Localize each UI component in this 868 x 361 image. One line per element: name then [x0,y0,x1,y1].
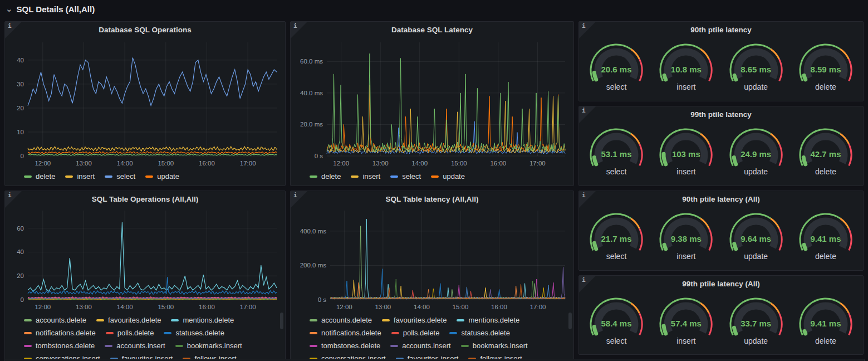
panel-title[interactable]: SQL Table Operations (All,All) [5,191,285,207]
gauge-insert: 57.4 msinsert [652,293,720,351]
legend-scrollbar[interactable] [568,313,572,329]
legend-item-bookmarks.insert[interactable]: bookmarks.insert [175,340,242,352]
gauge-value: 21.7 ms [582,234,650,243]
gauge-label: update [722,336,790,345]
legend-label: bookmarks.insert [187,340,242,352]
y-axis-tick-label: 40.0 ms [300,90,323,96]
legend-swatch [65,175,73,178]
legend-label: polls.delete [117,328,154,339]
gauge-label: insert [652,252,720,261]
legend-item-accounts.delete[interactable]: accounts.delete [24,315,86,326]
legend-swatch [24,345,32,347]
gauge-label: delete [792,336,860,345]
gauge-label: delete [792,82,860,91]
legend-item-select[interactable]: select [105,171,135,182]
legend-item-bookmarks.insert[interactable]: bookmarks.insert [461,340,528,352]
legend-label: polls.delete [403,328,440,339]
legend-scrollbar[interactable] [280,313,283,329]
legend-label: delete [36,171,55,182]
y-axis-tick-label: 20 [17,272,24,279]
legend-item-polls.delete[interactable]: polls.delete [106,328,154,339]
x-axis-tick-label: 15:00 [158,304,174,310]
x-axis-tick-label: 13:00 [372,160,389,167]
gauge-insert: 9.38 msinsert [652,208,720,266]
chevron-down-icon[interactable]: ⌄ [6,6,13,12]
panel-title[interactable]: 90th ptile latency [579,22,863,38]
legend-item-delete[interactable]: delete [310,171,341,182]
chart-sql-table-latency[interactable]: 0 s200.0 ms400.0 ms12:0013:0014:0015:001… [291,207,573,313]
gauge-value: 9.41 ms [792,234,860,243]
y-axis-tick-label: 200.0 ms [300,262,327,269]
gauge-update: 9.64 msupdate [722,208,790,266]
legend-swatch [310,175,317,178]
legend-item-polls.delete[interactable]: polls.delete [391,328,440,339]
legend-label: bookmarks.insert [473,340,528,352]
legend-swatch [390,175,398,178]
next-row-panel-edge [4,359,865,361]
panel-title[interactable]: 90th ptile latency (All) [579,191,863,207]
legend-swatch [96,319,104,321]
x-axis-tick-label: 15:00 [453,304,469,310]
legend-item-accounts.insert[interactable]: accounts.insert [105,340,165,352]
legend-item-favourites.delete[interactable]: favourites.delete [96,315,161,326]
panel-title[interactable]: Database SQL Operations [5,22,285,38]
legend-item-accounts.insert[interactable]: accounts.insert [390,340,450,352]
y-axis-tick-label: 20 [17,105,24,111]
legend-item-statuses.delete[interactable]: statuses.delete [449,328,509,339]
legend-swatch [391,332,399,334]
panel-title[interactable]: 99th ptile latency [579,106,863,123]
x-axis-tick-label: 14:00 [117,304,133,310]
legend-swatch [461,345,469,347]
legend-swatch [106,332,114,334]
gauge-value: 9.38 ms [652,234,720,243]
legend-item-notifications.delete[interactable]: notifications.delete [24,328,96,339]
gauge-update: 33.7 msupdate [722,293,790,351]
legend-item-insert[interactable]: insert [65,171,95,182]
y-axis-tick-label: 40 [17,248,24,255]
legend-item-mentions.delete[interactable]: mentions.delete [457,315,519,326]
panel-title[interactable]: Database SQL Latency [291,22,573,38]
legend-label: notifications.delete [321,328,381,339]
gauge-label: insert [652,167,720,176]
legend-item-notifications.delete[interactable]: notifications.delete [310,328,381,339]
legend-label: select [116,171,135,182]
chart-database-sql-operations[interactable]: 01020304012:0013:0014:0015:0016:0017:00 [5,38,285,169]
legend-item-update[interactable]: update [145,171,179,182]
panel-99th-ptile-latency: i 99th ptile latency 53.1 msselect103 ms… [578,106,864,186]
chart-database-sql-latency[interactable]: 0 s20.0 ms40.0 ms60.0 ms12:0013:0014:001… [291,38,573,169]
x-axis-tick-label: 17:00 [240,304,256,310]
gauge-value: 57.4 ms [652,319,720,328]
gauge-value: 42.7 ms [792,149,860,159]
legend-item-update[interactable]: update [431,171,465,182]
legend-item-delete[interactable]: delete [24,171,55,182]
x-axis-tick-label: 12:00 [35,304,51,310]
y-axis-tick-label: 0 s [315,153,323,159]
panel-sql-table-operations: i SQL Table Operations (All,All) 0204060… [4,191,286,361]
panel-title[interactable]: SQL Table latency (All,All) [291,191,573,207]
legend-item-statuses.delete[interactable]: statuses.delete [164,328,224,339]
legend-item-mentions.delete[interactable]: mentions.delete [171,315,234,326]
legend-item-accounts.delete[interactable]: accounts.delete [310,315,372,326]
panel-sql-table-latency: i SQL Table latency (All,All) 0 s200.0 m… [290,191,574,361]
legend-label: accounts.delete [36,315,86,326]
chart-legend: accounts.deletefavourites.deletementions… [5,313,285,361]
panel-title[interactable]: 99th ptile latency (All) [579,276,863,292]
y-axis-tick-label: 0 [21,296,24,303]
gauge-value: 33.7 ms [722,319,790,328]
legend-item-tombstones.delete[interactable]: tombstones.delete [24,340,95,352]
panel-90th-ptile-latency: i 90th ptile latency 20.6 msselect10.8 m… [578,21,864,101]
x-axis-tick-label: 13:00 [76,160,92,167]
gauge-value: 58.4 ms [582,319,650,328]
row-header-sql-details[interactable]: ⌄ SQL Details (All,All) [0,0,95,18]
chart-sql-table-operations[interactable]: 020406012:0013:0014:0015:0016:0017:00 [5,207,285,313]
legend-item-insert[interactable]: insert [351,171,380,182]
x-axis-tick-label: 12:00 [35,160,51,167]
legend-item-favourites.delete[interactable]: favourites.delete [382,315,447,326]
legend-item-select[interactable]: select [390,171,421,182]
info-icon: i [293,192,297,199]
legend-label: update [443,171,465,182]
x-axis-tick-label: 12:00 [333,160,349,167]
gauge-select: 21.7 msselect [582,208,650,266]
legend-item-tombstones.delete[interactable]: tombstones.delete [310,340,380,352]
y-axis-tick-label: 0 [21,153,24,159]
